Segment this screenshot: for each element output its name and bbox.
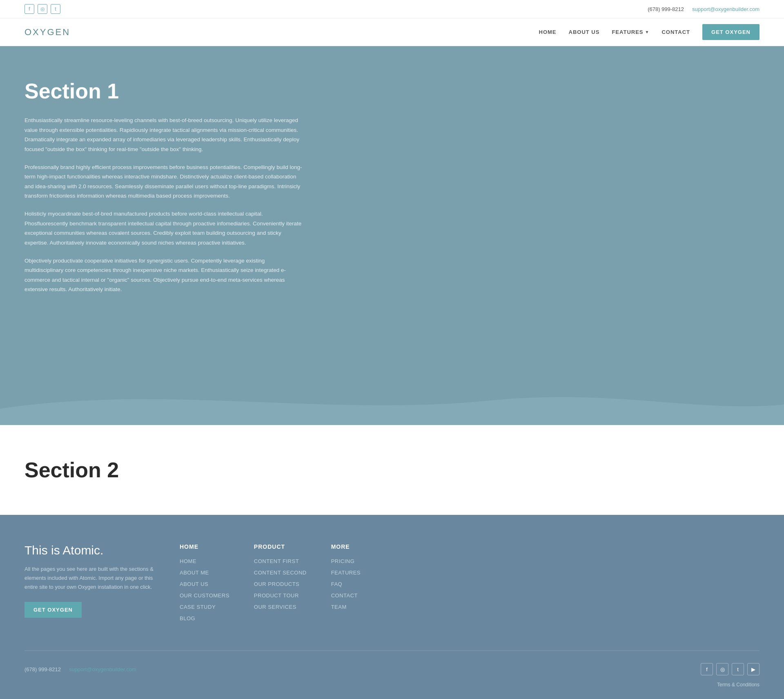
footer-get-oxygen-button[interactable]: GET OXYGEN xyxy=(24,602,82,618)
footer: This is Atomic. All the pages you see he… xyxy=(0,515,784,699)
footer-col-more: MORE PRICING FEATURES FAQ CONTACT TEAM xyxy=(331,543,361,626)
footer-col-product-list: CONTENT FIRST CONTENT SECOND OUR PRODUCT… xyxy=(254,557,307,610)
footer-brand: This is Atomic. All the pages you see he… xyxy=(24,543,155,626)
footer-youtube-icon[interactable]: ▶ xyxy=(747,663,760,675)
footer-link-team[interactable]: TEAM xyxy=(331,604,347,610)
footer-link-blog[interactable]: BLOG xyxy=(180,615,195,621)
list-item: CASE STUDY xyxy=(180,603,229,610)
top-bar-social-icons: f ◎ t xyxy=(24,4,60,14)
section-1-para-4: Objectively productivate cooperative ini… xyxy=(24,256,302,295)
footer-link-our-products[interactable]: OUR PRODUCTS xyxy=(254,581,299,587)
list-item: ABOUT ME xyxy=(180,569,229,576)
footer-bottom: (678) 999-8212 support@oxygenbuilder.com… xyxy=(24,650,760,675)
footer-link-our-services[interactable]: OUR SERVICES xyxy=(254,604,296,610)
list-item: ABOUT US xyxy=(180,580,229,588)
header: OXYGEN HOME ABOUT US FEATURES ▼ CONTACT … xyxy=(0,18,784,46)
list-item: FAQ xyxy=(331,580,361,588)
footer-terms: Terms & Conditions xyxy=(24,675,760,688)
features-caret: ▼ xyxy=(645,30,650,34)
list-item: PRODUCT TOUR xyxy=(254,592,307,599)
nav-contact[interactable]: CONTACT xyxy=(662,29,690,35)
footer-instagram-icon[interactable]: ◎ xyxy=(716,663,728,675)
footer-link-pricing[interactable]: PRICING xyxy=(331,558,355,564)
instagram-icon[interactable]: ◎ xyxy=(38,4,47,14)
footer-brand-title: This is Atomic. xyxy=(24,543,155,557)
twitter-icon[interactable]: t xyxy=(51,4,60,14)
section-1-para-1: Enthusiastically streamline resource-lev… xyxy=(24,116,302,154)
footer-link-our-customers[interactable]: OUR CUSTOMERS xyxy=(180,592,229,599)
get-oxygen-button[interactable]: GET OXYGEN xyxy=(702,24,760,40)
list-item: BLOG xyxy=(180,614,229,622)
wave-divider xyxy=(0,376,784,425)
top-bar-phone: (678) 999-8212 xyxy=(648,6,684,12)
nav-features[interactable]: FEATURES ▼ xyxy=(612,29,649,35)
footer-top: This is Atomic. All the pages you see he… xyxy=(24,543,760,626)
section-1-title: Section 1 xyxy=(24,79,760,103)
footer-col-home: HOME HOME ABOUT ME ABOUT US OUR CUSTOMER… xyxy=(180,543,229,626)
section-1: Section 1 Enthusiastically streamline re… xyxy=(0,46,784,376)
list-item: HOME xyxy=(180,557,229,565)
footer-link-about-us[interactable]: ABOUT US xyxy=(180,581,208,587)
footer-social: f ◎ t ▶ xyxy=(701,663,760,675)
list-item: CONTENT SECOND xyxy=(254,569,307,576)
top-bar-contact: (678) 999-8212 support@oxygenbuilder.com xyxy=(648,6,760,12)
top-bar: f ◎ t (678) 999-8212 support@oxygenbuild… xyxy=(0,0,784,18)
footer-twitter-icon[interactable]: t xyxy=(732,663,744,675)
footer-link-faq[interactable]: FAQ xyxy=(331,581,343,587)
footer-link-features[interactable]: FEATURES xyxy=(331,570,361,576)
footer-link-content-first[interactable]: CONTENT FIRST xyxy=(254,558,299,564)
list-item: CONTENT FIRST xyxy=(254,557,307,565)
footer-link-product-tour[interactable]: PRODUCT TOUR xyxy=(254,592,299,599)
list-item: OUR CUSTOMERS xyxy=(180,592,229,599)
footer-col-more-list: PRICING FEATURES FAQ CONTACT TEAM xyxy=(331,557,361,610)
footer-col-product-heading: PRODUCT xyxy=(254,543,307,550)
list-item: OUR PRODUCTS xyxy=(254,580,307,588)
footer-col-product: PRODUCT CONTENT FIRST CONTENT SECOND OUR… xyxy=(254,543,307,626)
footer-facebook-icon[interactable]: f xyxy=(701,663,713,675)
section-2-title: Section 2 xyxy=(24,458,760,482)
footer-email[interactable]: support@oxygenbuilder.com xyxy=(69,666,136,672)
footer-link-case-study[interactable]: CASE STUDY xyxy=(180,604,216,610)
logo[interactable]: OXYGEN xyxy=(24,27,70,38)
list-item: PRICING xyxy=(331,557,361,565)
section-1-para-2: Professionally brand highly efficient pr… xyxy=(24,163,302,201)
list-item: FEATURES xyxy=(331,569,361,576)
terms-link[interactable]: Terms & Conditions xyxy=(717,682,760,688)
section-1-para-3: Holisticly myocardinate best-of-bred man… xyxy=(24,209,302,248)
footer-link-contact[interactable]: CONTACT xyxy=(331,592,358,599)
nav-home[interactable]: HOME xyxy=(539,29,557,35)
section-2: Section 2 xyxy=(0,425,784,515)
top-bar-email[interactable]: support@oxygenbuilder.com xyxy=(692,6,760,12)
footer-phone: (678) 999-8212 xyxy=(24,666,61,672)
main-nav: HOME ABOUT US FEATURES ▼ CONTACT GET OXY… xyxy=(539,24,760,40)
footer-col-home-heading: HOME xyxy=(180,543,229,550)
facebook-icon[interactable]: f xyxy=(24,4,34,14)
footer-link-about-me[interactable]: ABOUT ME xyxy=(180,570,209,576)
footer-link-content-second[interactable]: CONTENT SECOND xyxy=(254,570,307,576)
footer-links: HOME HOME ABOUT ME ABOUT US OUR CUSTOMER… xyxy=(180,543,760,626)
nav-about[interactable]: ABOUT US xyxy=(569,29,600,35)
footer-col-home-list: HOME ABOUT ME ABOUT US OUR CUSTOMERS CAS… xyxy=(180,557,229,622)
list-item: OUR SERVICES xyxy=(254,603,307,610)
footer-bottom-contact: (678) 999-8212 support@oxygenbuilder.com xyxy=(24,666,136,672)
footer-link-home[interactable]: HOME xyxy=(180,558,196,564)
list-item: TEAM xyxy=(331,603,361,610)
footer-brand-desc: All the pages you see here are built wit… xyxy=(24,565,155,592)
footer-col-more-heading: MORE xyxy=(331,543,361,550)
list-item: CONTACT xyxy=(331,592,361,599)
